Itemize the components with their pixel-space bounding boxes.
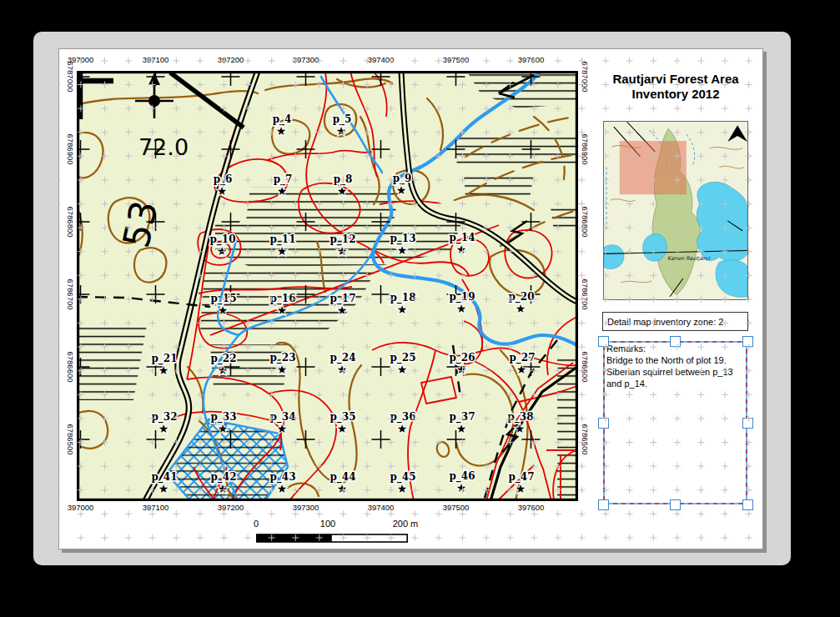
- x-axis-label-bottom: 397600: [506, 503, 556, 512]
- plot-star-marker: ★: [515, 422, 526, 435]
- x-axis-label-top: 397300: [281, 55, 331, 64]
- selection-handle[interactable]: [742, 418, 753, 429]
- title-line-2: Inventory 2012: [596, 87, 755, 102]
- scalebar-label-100: 100: [303, 519, 353, 529]
- plot-star-marker: ★: [516, 482, 526, 495]
- x-axis-label-top: 397600: [506, 55, 556, 64]
- scalebar-label-200: 200 m: [380, 519, 430, 529]
- scalebar-label-0: 0: [231, 519, 281, 529]
- remarks-line: Siberian squirrel between p_13: [606, 366, 733, 378]
- plot-star-marker: ★: [337, 303, 348, 317]
- plot-star-marker: ★: [397, 422, 408, 435]
- plot-star-marker: ★: [217, 184, 228, 198]
- plot-star-marker: ★: [158, 482, 169, 495]
- y-axis-label-right: 6786500: [581, 424, 590, 455]
- y-axis-label-right: 6786600: [581, 352, 590, 383]
- y-axis-label-left: 6786800: [66, 207, 75, 238]
- plot-star-marker: ★: [456, 243, 467, 256]
- plot-star-marker: ★: [277, 184, 288, 198]
- y-axis-label-left: 6786500: [66, 424, 75, 455]
- detail-label-box[interactable]: Detail map inventory zone: 2: [602, 312, 748, 331]
- x-axis-label-bottom: 397500: [431, 503, 481, 512]
- scale-bar[interactable]: 0 100 200 m: [248, 519, 465, 549]
- current-extent-overlay: [620, 141, 687, 194]
- overview-map-canvas: Kanen Rautjarvi: [604, 122, 747, 299]
- plot-star-marker: ★: [277, 244, 288, 258]
- plot-star-marker: ★: [337, 422, 348, 435]
- qgis-layout-view: 72.0 53 p_4★p_5★p_6★p_7★p_8★p_9★p_10★p_1…: [0, 0, 840, 617]
- plot-star-marker: ★: [337, 482, 348, 495]
- remarks-box[interactable]: Remarks: Bridge to the North of plot 19.…: [603, 341, 747, 504]
- x-axis-label-bottom: 397000: [56, 503, 106, 512]
- map-title[interactable]: Rautjarvi Forest Area Inventory 2012: [596, 72, 755, 102]
- selection-handle[interactable]: [598, 336, 609, 347]
- plot-star-marker: ★: [336, 124, 347, 138]
- plot-star-marker: ★: [277, 482, 288, 495]
- x-axis-label-top: 397200: [206, 55, 256, 64]
- selection-handle[interactable]: [598, 499, 609, 510]
- plot-star-marker: ★: [397, 363, 408, 376]
- plot-star-marker: ★: [456, 363, 467, 376]
- scalebar-graphic: [248, 533, 465, 549]
- plot-star-marker: ★: [217, 244, 228, 258]
- stand-number-72: 72.0: [138, 134, 189, 160]
- remarks-text: Remarks: Bridge to the North of plot 19.…: [606, 343, 733, 389]
- plot-star-marker: ★: [158, 364, 169, 377]
- plot-star-marker: ★: [337, 363, 348, 376]
- plot-star-marker: ★: [397, 303, 408, 316]
- plot-star-marker: ★: [516, 302, 526, 315]
- overview-lake-label: Kanen Rautjarvi: [667, 255, 711, 262]
- x-axis-label-top: 397100: [131, 55, 181, 64]
- main-map[interactable]: 72.0 53 p_4★p_5★p_6★p_7★p_8★p_9★p_10★p_1…: [77, 71, 578, 501]
- plot-star-marker: ★: [516, 363, 527, 376]
- plot-star-marker: ★: [277, 303, 288, 317]
- plot-star-marker: ★: [276, 124, 287, 138]
- remarks-line: and p_14.: [606, 378, 733, 389]
- title-line-1: Rautjarvi Forest Area: [596, 72, 755, 87]
- plot-star-marker: ★: [397, 243, 408, 257]
- plot-star-marker: ★: [277, 422, 288, 435]
- selection-handle[interactable]: [742, 499, 753, 510]
- plot-star-marker: ★: [337, 244, 348, 258]
- x-axis-label-bottom: 397400: [356, 503, 406, 512]
- y-axis-label-right: 6787000: [581, 62, 590, 93]
- selection-handle[interactable]: [670, 499, 681, 510]
- y-axis-label-left: 6786700: [66, 279, 75, 310]
- plot-star-marker: ★: [218, 303, 229, 317]
- x-axis-label-top: 397400: [356, 55, 406, 64]
- plot-star-marker: ★: [456, 481, 467, 494]
- x-axis-label-bottom: 397200: [206, 503, 256, 512]
- plot-star-marker: ★: [277, 363, 288, 376]
- plot-star-marker: ★: [218, 364, 229, 377]
- y-axis-label-right: 6786700: [581, 279, 590, 310]
- y-axis-label-left: 6786900: [66, 134, 75, 165]
- selection-handle[interactable]: [598, 418, 609, 429]
- x-axis-label-bottom: 397100: [131, 503, 181, 512]
- y-axis-label-right: 6786800: [581, 207, 590, 238]
- x-axis-label-top: 397500: [431, 55, 481, 64]
- plot-star-marker: ★: [218, 482, 229, 495]
- remarks-line: Bridge to the North of plot 19.: [606, 354, 733, 366]
- plot-star-marker: ★: [158, 422, 169, 435]
- x-axis-label-bottom: 397300: [281, 503, 331, 512]
- x-axis-label-top: 397000: [56, 55, 106, 64]
- selection-handle[interactable]: [670, 336, 681, 347]
- plot-star-marker: ★: [337, 184, 348, 198]
- y-axis-label-right: 6786900: [581, 134, 590, 165]
- overview-map[interactable]: Kanen Rautjarvi: [603, 121, 748, 300]
- y-axis-label-left: 6786600: [66, 352, 75, 383]
- plot-star-marker: ★: [396, 183, 407, 197]
- plot-star-marker: ★: [218, 422, 229, 435]
- y-axis-label-left: 6787000: [66, 62, 75, 93]
- plot-star-marker: ★: [397, 482, 408, 495]
- plot-star-marker: ★: [456, 422, 467, 435]
- plot-star-marker: ★: [456, 302, 467, 315]
- selection-handle[interactable]: [742, 336, 753, 347]
- detail-label-text: Detail map inventory zone: 2: [607, 317, 723, 327]
